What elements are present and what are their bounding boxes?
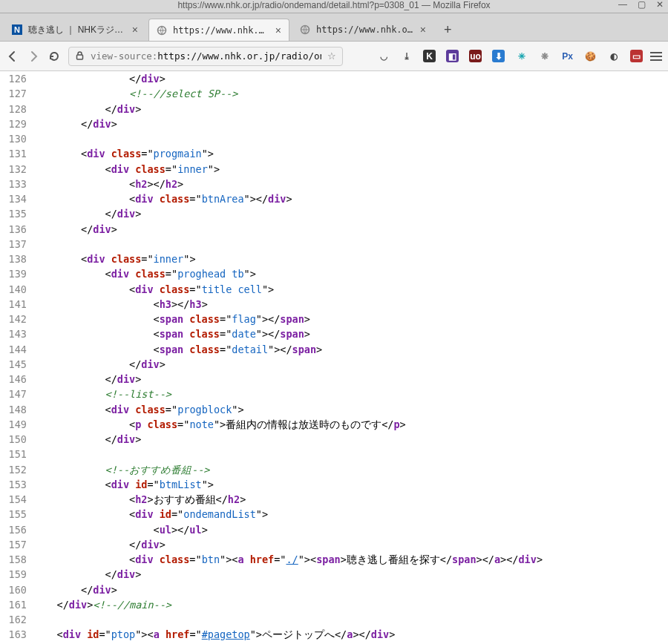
maximize-icon[interactable]: ▢ — [638, 1, 646, 8]
code-line: <div class="btn"><a href="./"><span>聴き逃し… — [33, 552, 662, 567]
code-line: </div> — [33, 71, 662, 86]
line-number: 163 — [0, 627, 27, 642]
code-line: <h2>おすすめ番組</h2> — [33, 492, 662, 507]
lock-icon — [75, 50, 85, 62]
code-line: </div> — [33, 432, 662, 447]
menu-button[interactable] — [650, 52, 662, 61]
tab-1[interactable]: https://www.nhk.or.jp/radio/× — [148, 19, 289, 41]
window-title-text: https://www.nhk.or.jp/radio/ondemand/det… — [177, 0, 490, 10]
reload-button[interactable] — [48, 50, 61, 63]
line-number: 130 — [0, 131, 27, 146]
line-number: 155 — [0, 507, 27, 522]
code-line — [33, 447, 662, 461]
line-number: 146 — [0, 372, 27, 387]
tab-label: https://www.nhk.or.jp/radio/ — [316, 24, 414, 35]
line-number: 129 — [0, 116, 27, 131]
code-line: <!--おすすめ番組--> — [33, 462, 662, 477]
code-line: <div class="progmain"> — [33, 146, 662, 161]
forward-button[interactable] — [27, 50, 40, 63]
ext-circle-icon[interactable]: ◐ — [607, 50, 620, 62]
tab-bar: N聴き逃し ｜ NHKラジオ らじ×https://www.nhk.or.jp/… — [0, 13, 668, 42]
code-line: <div id="ptop"><a href="#pagetop">ページトップ… — [33, 627, 662, 642]
line-number: 150 — [0, 432, 27, 447]
close-tab-icon[interactable]: × — [132, 24, 138, 36]
line-number: 128 — [0, 102, 27, 116]
line-number: 136 — [0, 222, 27, 237]
ext-grey-icon[interactable]: ❋ — [538, 50, 551, 62]
code-line: </div> — [33, 567, 662, 582]
line-number: 140 — [0, 282, 27, 297]
line-number: 127 — [0, 86, 27, 101]
line-number: 139 — [0, 266, 27, 281]
code-line: </div> — [33, 222, 662, 237]
code-line: </div> — [33, 357, 662, 372]
close-tab-icon[interactable]: × — [275, 24, 281, 36]
code-line: </div> — [33, 582, 662, 597]
ext-px-icon[interactable]: Px — [561, 50, 574, 62]
code-line: </div><!--//main--> — [33, 597, 662, 612]
ext-cookie-icon[interactable]: 🍪 — [584, 50, 597, 62]
line-number-gutter: 1261271281291301311321331341351361371381… — [0, 71, 33, 644]
line-number: 144 — [0, 342, 27, 357]
code-line: <h2></h2> — [33, 177, 662, 191]
line-number: 161 — [0, 597, 27, 612]
code-line: <div class="progblock"> — [33, 402, 662, 417]
favicon-icon — [157, 25, 167, 36]
tab-0[interactable]: N聴き逃し ｜ NHKラジオ らじ× — [4, 19, 145, 41]
back-button[interactable] — [6, 50, 19, 63]
code-line: <h3></h3> — [33, 297, 662, 312]
new-tab-button[interactable]: + — [436, 19, 459, 41]
code-line: <span class="flag"></span> — [33, 312, 662, 326]
url-bar[interactable]: view-source:https://www.nhk.or.jp/radio/… — [68, 47, 343, 66]
source-view[interactable]: 1261271281291301311321331341351361371381… — [0, 71, 668, 644]
code-line: <span class="date"></span> — [33, 326, 662, 341]
line-number: 147 — [0, 387, 27, 401]
close-window-icon[interactable]: ✕ — [656, 1, 664, 8]
ext-dl-icon[interactable]: ⬇ — [492, 50, 505, 62]
ublock-icon[interactable]: uo — [469, 50, 482, 62]
line-number: 160 — [0, 582, 27, 597]
minimize-icon[interactable]: — — [618, 1, 627, 8]
source-code: </div> <!--//select SP--> </div> </div> … — [33, 71, 668, 644]
code-line: </div> — [33, 206, 662, 221]
line-number: 134 — [0, 191, 27, 206]
line-number: 137 — [0, 237, 27, 252]
code-line: <span class="detail"></span> — [33, 342, 662, 357]
line-number: 159 — [0, 567, 27, 582]
code-line — [33, 612, 662, 627]
favicon-icon: N — [12, 24, 22, 35]
pocket-icon[interactable]: ◡ — [377, 50, 390, 62]
bookmark-star-icon[interactable]: ☆ — [327, 50, 336, 62]
code-line: <div class="btnArea"></div> — [33, 191, 662, 206]
line-number: 148 — [0, 402, 27, 417]
code-line: </div> — [33, 116, 662, 131]
svg-rect-2 — [77, 55, 83, 59]
line-number: 135 — [0, 206, 27, 221]
line-number: 162 — [0, 612, 27, 627]
code-line: <div class="title cell"> — [33, 282, 662, 297]
favicon-icon — [300, 24, 310, 35]
line-number: 151 — [0, 447, 27, 461]
tab-label: 聴き逃し ｜ NHKラジオ らじ — [28, 24, 126, 36]
tab-2[interactable]: https://www.nhk.or.jp/radio/× — [292, 19, 433, 41]
line-number: 126 — [0, 71, 27, 86]
line-number: 157 — [0, 537, 27, 552]
code-line: </div> — [33, 372, 662, 387]
line-number: 154 — [0, 492, 27, 507]
ext-teal-icon[interactable]: ✳ — [515, 50, 528, 62]
ext-doc-icon[interactable]: ▭ — [630, 50, 643, 62]
ext-purple-icon[interactable]: ◧ — [446, 50, 459, 62]
code-line: <div id="ondemandList"> — [33, 507, 662, 522]
code-line: <p class="note">番組内の情報は放送時のものです</p> — [33, 417, 662, 432]
tab-label: https://www.nhk.or.jp/radio/ — [173, 25, 269, 36]
line-number: 158 — [0, 552, 27, 567]
code-line: <div id="btmList"> — [33, 477, 662, 492]
code-line: <div class="proghead tb"> — [33, 266, 662, 281]
close-tab-icon[interactable]: × — [420, 24, 426, 36]
code-line: <!--list--> — [33, 387, 662, 401]
downloads-icon[interactable]: ⤓ — [400, 50, 413, 62]
line-number: 133 — [0, 177, 27, 191]
ext-k-icon[interactable]: K — [423, 50, 436, 62]
window-titlebar: https://www.nhk.or.jp/radio/ondemand/det… — [0, 0, 668, 13]
line-number: 145 — [0, 357, 27, 372]
